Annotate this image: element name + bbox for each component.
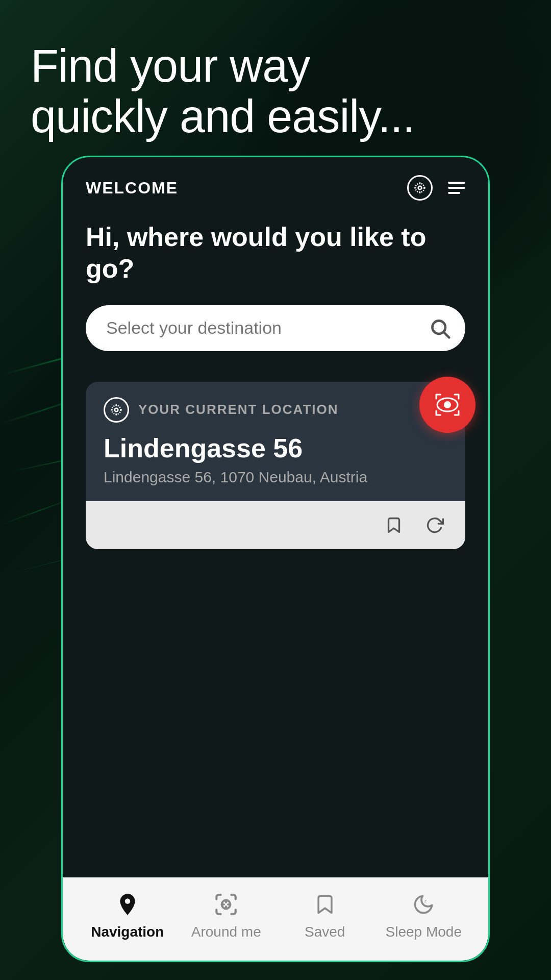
navigation-label: Navigation (91, 924, 164, 940)
hero-title: Find your way quickly and easily... (31, 41, 541, 142)
location-card: YOUR CURRENT LOCATION Lindengasse 56 Lin… (86, 382, 465, 549)
destination-search-input[interactable] (86, 305, 465, 351)
search-container (86, 305, 465, 351)
nav-item-sleep-mode[interactable]: z Sleep Mode (385, 890, 462, 940)
phone-frame: WELCOME Hi, where (61, 156, 490, 962)
nav-item-saved[interactable]: Saved (287, 890, 363, 940)
sleep-mode-icon: z (409, 890, 438, 919)
location-pin-icon (104, 397, 129, 423)
svg-point-9 (444, 401, 451, 408)
saved-label: Saved (305, 924, 345, 940)
around-me-icon (212, 890, 240, 919)
navigation-icon (113, 890, 142, 919)
current-location-text: YOUR CURRENT LOCATION (138, 402, 339, 418)
svg-line-7 (444, 332, 449, 337)
nav-item-around-me[interactable]: Around me (188, 890, 264, 940)
greeting-text: Hi, where would you like to go? (86, 221, 465, 285)
location-name: Lindengasse 56 (104, 433, 447, 463)
saved-icon (311, 890, 339, 919)
sleep-mode-label: Sleep Mode (386, 924, 462, 940)
menu-icon-button[interactable] (448, 182, 465, 194)
bookmark-button[interactable] (381, 512, 407, 538)
hero-section: Find your way quickly and easily... (20, 31, 551, 152)
phone-main-content: Hi, where would you like to go? (63, 211, 488, 877)
svg-point-10 (115, 408, 118, 412)
search-button[interactable] (424, 313, 455, 344)
current-location-label-row: YOUR CURRENT LOCATION (104, 397, 447, 423)
around-me-label: Around me (191, 924, 261, 940)
svg-text:z: z (424, 898, 427, 903)
svg-point-0 (418, 186, 422, 190)
gps-icon-button[interactable] (407, 175, 433, 201)
nav-item-navigation[interactable]: Navigation (89, 890, 166, 940)
svg-point-11 (112, 405, 120, 414)
location-card-bottom (86, 501, 465, 549)
location-address: Lindengasse 56, 1070 Neubau, Austria (104, 469, 447, 486)
location-card-top: YOUR CURRENT LOCATION Lindengasse 56 Lin… (86, 382, 465, 501)
phone-topbar: WELCOME (63, 157, 488, 211)
topbar-icons (407, 175, 465, 201)
location-card-wrapper: YOUR CURRENT LOCATION Lindengasse 56 Lin… (86, 382, 465, 549)
refresh-button[interactable] (422, 512, 447, 538)
ar-scan-button[interactable] (419, 377, 475, 433)
welcome-label: WELCOME (86, 179, 178, 198)
bottom-navigation: Navigation Around me (63, 877, 488, 961)
svg-point-1 (415, 183, 424, 192)
